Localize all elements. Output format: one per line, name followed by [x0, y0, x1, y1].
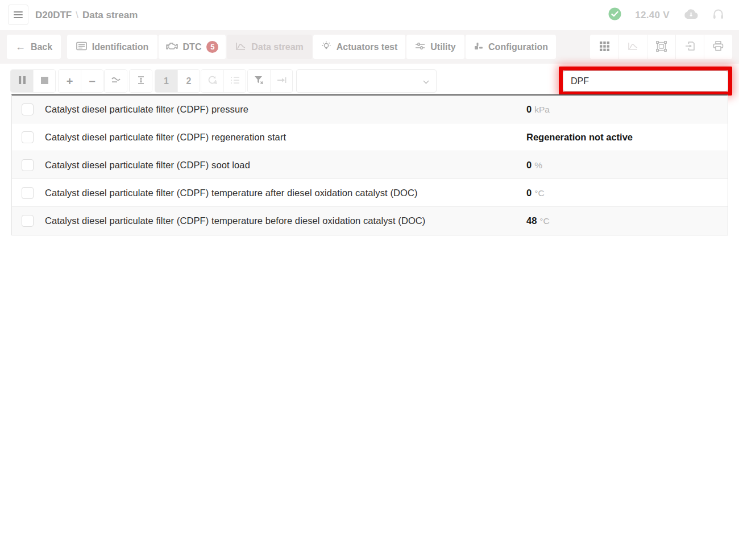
filter-clear-icon [254, 76, 264, 86]
transform-icon [656, 41, 667, 53]
value-unit: % [534, 160, 542, 170]
transform-view-button[interactable] [647, 35, 675, 59]
search-input[interactable] [563, 70, 728, 92]
pause-icon [19, 76, 26, 86]
grid-icon [600, 42, 609, 53]
range-icon [136, 76, 146, 86]
table-row[interactable]: Catalyst diesel particulate filter (CDPF… [12, 96, 728, 123]
tab-strip: ← Back Identification DTC 5 Data stream [0, 30, 739, 64]
page-group: 1 2 [155, 69, 200, 93]
parameter-label: Catalyst diesel particulate filter (CDPF… [45, 104, 248, 115]
tab-label: Data stream [251, 42, 304, 52]
list-button[interactable] [223, 70, 246, 92]
parameter-label: Catalyst diesel particulate filter (CDPF… [45, 188, 418, 198]
tab-identification[interactable]: Identification [67, 35, 157, 59]
parameter-group-select[interactable] [296, 69, 437, 93]
back-button[interactable]: ← Back [7, 35, 61, 59]
row-checkbox[interactable] [22, 103, 34, 115]
add-button[interactable]: + [59, 70, 81, 92]
filter-group [247, 69, 293, 93]
back-label: Back [31, 42, 52, 52]
minus-icon: − [89, 76, 96, 87]
chart-view-button[interactable] [618, 35, 647, 59]
range-button[interactable] [130, 70, 152, 92]
filter-clear-button[interactable] [248, 70, 270, 92]
table-row[interactable]: Catalyst diesel particulate filter (CDPF… [12, 123, 728, 151]
tab-label: Identification [92, 42, 149, 52]
smooth-group [104, 69, 127, 93]
value-number: 0 [526, 188, 532, 198]
parameter-value: 0% [526, 160, 542, 171]
remove-button[interactable]: − [81, 70, 103, 92]
hamburger-menu-button[interactable] [8, 5, 28, 25]
range-group [129, 69, 152, 93]
page-2-button[interactable]: 2 [177, 70, 200, 92]
breadcrumb-page: Data stream [82, 10, 138, 21]
row-checkbox[interactable] [22, 187, 34, 199]
table-row[interactable]: Catalyst diesel particulate filter (CDPF… [12, 151, 728, 179]
value-unit: °C [534, 188, 544, 198]
top-bar: D20DTF \ Data stream 12.40 V [0, 0, 739, 30]
list-icon [230, 76, 240, 86]
table-row[interactable]: Catalyst diesel particulate filter (CDPF… [12, 179, 728, 207]
export-view-button[interactable] [675, 35, 704, 59]
playback-group [10, 69, 56, 93]
print-view-button[interactable] [704, 35, 732, 59]
hamburger-icon [14, 10, 23, 20]
refresh-clear-button[interactable] [201, 70, 223, 92]
battery-voltage: 12.40 V [635, 10, 670, 21]
reset-group [201, 69, 246, 93]
parameter-value: 0°C [526, 188, 545, 198]
value-unit: kPa [534, 105, 550, 114]
breadcrumb: D20DTF \ Data stream [35, 0, 138, 30]
tab-actuators-test[interactable]: Actuators test [313, 35, 405, 59]
tab-dtc[interactable]: DTC 5 [159, 35, 226, 59]
parameter-label: Catalyst diesel particulate filter (CDPF… [45, 160, 250, 171]
tab-label: Utility [430, 42, 455, 52]
value-unit: °C [539, 216, 549, 226]
bulb-icon [321, 41, 331, 53]
sliders-icon [415, 42, 425, 53]
component-icon [474, 42, 483, 53]
stream-toolbar: + − 1 2 [0, 64, 739, 94]
identification-icon [76, 42, 87, 53]
grid-view-button[interactable] [590, 35, 618, 59]
parameter-label: Catalyst diesel particulate filter (CDPF… [45, 215, 425, 226]
value-number: Regeneration not active [526, 132, 633, 142]
row-checkbox[interactable] [22, 159, 34, 171]
zoom-group: + − [58, 69, 103, 93]
stop-icon [41, 77, 48, 86]
plus-icon: + [67, 76, 73, 87]
page-1-button[interactable]: 1 [155, 70, 177, 92]
view-switch-group [590, 35, 732, 59]
smooth-icon [111, 76, 121, 86]
value-number: 0 [526, 104, 532, 114]
breadcrumb-separator: \ [72, 10, 82, 21]
parameter-value: Regeneration not active [526, 132, 636, 143]
tab-label: Configuration [488, 42, 548, 52]
search-highlight-annotation [559, 67, 732, 96]
value-number: 0 [526, 160, 532, 170]
engine-icon [166, 42, 178, 53]
tab-utility[interactable]: Utility [406, 35, 464, 59]
breadcrumb-vehicle: D20DTF [35, 10, 72, 21]
smooth-button[interactable] [105, 70, 127, 92]
pause-button[interactable] [11, 70, 33, 92]
cloud-download-icon[interactable] [683, 9, 699, 22]
tab-label: Actuators test [337, 42, 398, 52]
chart-icon [628, 42, 638, 52]
row-checkbox[interactable] [22, 215, 34, 227]
headphones-icon[interactable] [712, 8, 724, 22]
goto-end-icon [277, 76, 287, 86]
table-row[interactable]: Catalyst diesel particulate filter (CDPF… [12, 207, 728, 235]
refresh-clear-icon [207, 76, 218, 86]
goto-end-button[interactable] [270, 70, 292, 92]
parameter-value: 48°C [526, 215, 550, 226]
topbar-status: 12.40 V [608, 0, 724, 30]
tab-data-stream[interactable]: Data stream [227, 35, 312, 59]
tab-configuration[interactable]: Configuration [466, 35, 556, 59]
stop-button[interactable] [33, 70, 55, 92]
row-checkbox[interactable] [22, 131, 34, 143]
value-number: 48 [526, 215, 537, 226]
chart-curve-icon [235, 42, 246, 53]
